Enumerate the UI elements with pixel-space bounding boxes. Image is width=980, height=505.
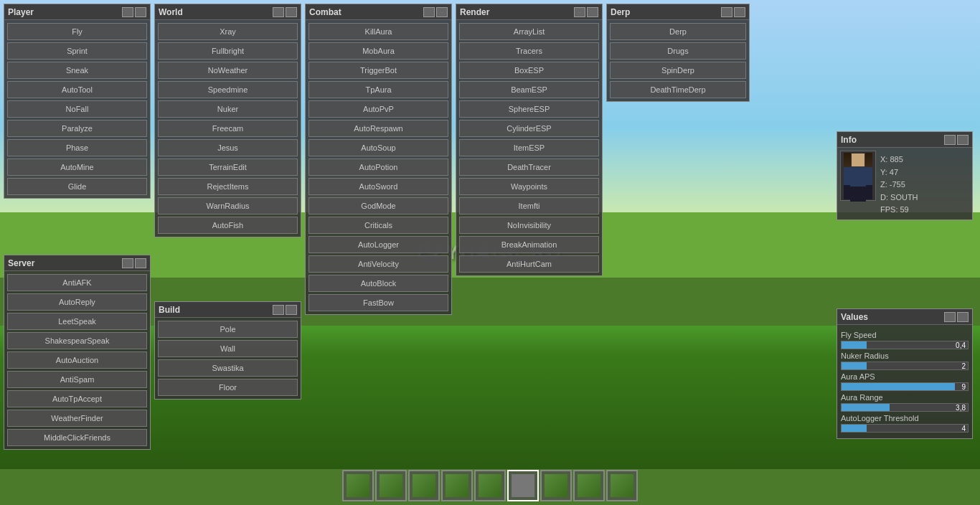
nuker-button[interactable]: Nuker: [158, 100, 298, 118]
antihurtcam-button[interactable]: AntiHurtCam: [459, 255, 599, 273]
server-panel-btn2[interactable]: [135, 258, 146, 268]
hotbar-slot-9[interactable]: [606, 470, 638, 501]
middleclickfriends-button[interactable]: MiddleClickFriends: [7, 429, 147, 446]
rejectitems-button[interactable]: RejectItems: [158, 178, 298, 195]
cylinderesp-button[interactable]: CylinderESP: [459, 120, 599, 137]
pole-button[interactable]: Pole: [158, 321, 298, 338]
terrainedit-button[interactable]: TerrainEdit: [158, 159, 298, 176]
aura-range-slider[interactable]: Aura Range 3,8: [841, 393, 969, 412]
tracers-button[interactable]: Tracers: [459, 42, 599, 60]
itemfti-button[interactable]: Itemfti: [459, 197, 599, 214]
antiafk-button[interactable]: AntiAFK: [7, 274, 147, 291]
aura-aps-slider[interactable]: Aura APS 9: [841, 372, 969, 391]
glide-button[interactable]: Glide: [7, 178, 147, 195]
combat-panel-btn1[interactable]: [423, 7, 435, 17]
jesus-button[interactable]: Jesus: [158, 139, 298, 156]
tpaura-button[interactable]: TpAura: [308, 81, 448, 98]
autotpaccept-button[interactable]: AutoTpAccept: [7, 390, 147, 407]
derp-button[interactable]: Derp: [610, 23, 746, 40]
autologger-threshold-track[interactable]: 4: [841, 424, 969, 433]
values-panel-btn1[interactable]: [944, 312, 956, 322]
build-panel-btn2[interactable]: [286, 305, 297, 315]
deathtimerderp-button[interactable]: DeathTimeDerp: [610, 81, 746, 98]
info-panel-btn2[interactable]: [957, 135, 969, 145]
combat-panel-btn2[interactable]: [436, 7, 448, 17]
hotbar-slot-4[interactable]: [441, 470, 473, 501]
arraylist-button[interactable]: ArrayList: [459, 23, 599, 40]
freecam-button[interactable]: Freecam: [158, 120, 298, 137]
phase-button[interactable]: Phase: [7, 139, 147, 156]
autorespawn-button[interactable]: AutoRespawn: [308, 120, 448, 137]
info-panel-btn1[interactable]: [944, 135, 956, 145]
hotbar-slot-8[interactable]: [573, 470, 605, 501]
autoreply-button[interactable]: AutoReply: [7, 293, 147, 311]
shakespearspeak-button[interactable]: ShakespearSpeak: [7, 332, 147, 349]
fullbright-button[interactable]: Fullbright: [158, 42, 298, 60]
derp-panel-btn2[interactable]: [734, 7, 745, 17]
aura-range-track[interactable]: 3,8: [841, 403, 969, 412]
swastika-button[interactable]: Swastika: [158, 359, 298, 377]
autopotion-button[interactable]: AutoPotion: [308, 159, 448, 176]
autologger-threshold-slider[interactable]: AutoLogger Threshold 4: [841, 414, 969, 433]
nuker-radius-slider[interactable]: Nuker Radius 2: [841, 351, 969, 370]
boxesp-button[interactable]: BoxESP: [459, 62, 599, 79]
leetspeak-button[interactable]: LeetSpeak: [7, 313, 147, 330]
noinvisibility-button[interactable]: NoInvisibility: [459, 217, 599, 234]
drugs-button[interactable]: Drugs: [610, 42, 746, 60]
autosword-button[interactable]: AutoSword: [308, 178, 448, 195]
render-panel-btn1[interactable]: [574, 7, 585, 17]
hotbar-slot-7[interactable]: [540, 470, 572, 501]
sprint-button[interactable]: Sprint: [7, 42, 147, 60]
floor-button[interactable]: Floor: [158, 379, 298, 396]
hotbar-slot-3[interactable]: [408, 470, 440, 501]
nuker-radius-track[interactable]: 2: [841, 362, 969, 370]
spinterp-button[interactable]: SpinDerp: [610, 62, 746, 79]
values-panel-btn2[interactable]: [957, 312, 969, 322]
speedmine-button[interactable]: Speedmine: [158, 81, 298, 98]
autoauction-button[interactable]: AutoAuction: [7, 351, 147, 369]
wall-button[interactable]: Wall: [158, 340, 298, 357]
killaura-button[interactable]: KillAura: [308, 23, 448, 40]
warnradius-button[interactable]: WarnRadius: [158, 197, 298, 214]
autoblock-button[interactable]: AutoBlock: [308, 275, 448, 292]
antispam-button[interactable]: AntiSpam: [7, 371, 147, 388]
hotbar-slot-6[interactable]: [507, 470, 539, 501]
breakanimation-button[interactable]: BreakAnimation: [459, 236, 599, 253]
godmode-button[interactable]: GodMode: [308, 197, 448, 214]
itemesp-button[interactable]: ItemESP: [459, 139, 599, 156]
hotbar-slot-1[interactable]: [342, 470, 374, 501]
nofall-button[interactable]: NoFall: [7, 100, 147, 118]
automine-button[interactable]: AutoMine: [7, 159, 147, 176]
paralyze-button[interactable]: Paralyze: [7, 120, 147, 137]
hotbar-slot-5[interactable]: [474, 470, 506, 501]
autologger-button[interactable]: AutoLogger: [308, 236, 448, 253]
aura-aps-track[interactable]: 9: [841, 382, 969, 391]
server-panel-btn1[interactable]: [122, 258, 133, 268]
sneak-button[interactable]: Sneak: [7, 62, 147, 79]
player-panel-btn2[interactable]: [135, 7, 146, 17]
autosoup-button[interactable]: AutoSoup: [308, 139, 448, 156]
fly-speed-slider[interactable]: Fly Speed 0,4: [841, 331, 969, 349]
waypoints-button[interactable]: Waypoints: [459, 178, 599, 195]
weatherfinder-button[interactable]: WeatherFinder: [7, 410, 147, 427]
sphereesp-button[interactable]: SphereESP: [459, 100, 599, 118]
hotbar-slot-2[interactable]: [375, 470, 407, 501]
render-panel-btn2[interactable]: [587, 7, 598, 17]
world-panel-btn1[interactable]: [273, 7, 284, 17]
autopvp-button[interactable]: AutoPvP: [308, 100, 448, 118]
triggerbot-button[interactable]: TriggerBot: [308, 62, 448, 79]
deathtracer-button[interactable]: DeathTracer: [459, 159, 599, 176]
criticals-button[interactable]: Criticals: [308, 217, 448, 234]
world-panel-btn2[interactable]: [286, 7, 297, 17]
mobaura-button[interactable]: MobAura: [308, 42, 448, 60]
noweather-button[interactable]: NoWeather: [158, 62, 298, 79]
fastbow-button[interactable]: FastBow: [308, 294, 448, 311]
build-panel-btn1[interactable]: [273, 305, 284, 315]
player-panel-btn1[interactable]: [122, 7, 133, 17]
beamesp-button[interactable]: BeamESP: [459, 81, 599, 98]
autotool-button[interactable]: AutoTool: [7, 81, 147, 98]
antivelocity-button[interactable]: AntiVelocity: [308, 255, 448, 273]
xray-button[interactable]: Xray: [158, 23, 298, 40]
fly-button[interactable]: Fly: [7, 23, 147, 40]
autofish-button[interactable]: AutoFish: [158, 217, 298, 234]
